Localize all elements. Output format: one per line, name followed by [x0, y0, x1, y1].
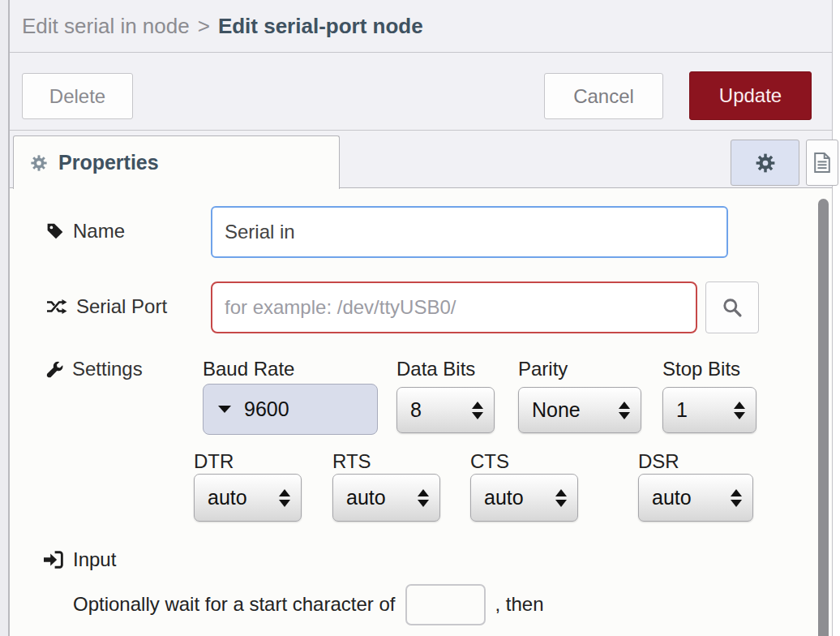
sign-in-icon	[44, 551, 63, 569]
wrench-icon	[46, 361, 63, 378]
gear-icon	[755, 153, 776, 174]
start-char-input[interactable]	[405, 584, 486, 625]
data-bits-value: 8	[410, 398, 422, 422]
breadcrumb-separator: >	[198, 14, 210, 39]
spinner-icon	[734, 402, 745, 419]
spinner-icon	[555, 489, 567, 507]
settings-label-text: Settings	[72, 358, 143, 380]
caret-down-icon	[218, 406, 231, 413]
wait-text-before: Optionally wait for a start character of	[73, 593, 396, 616]
dialog-header: Edit serial in node > Edit serial-port n…	[10, 0, 832, 53]
cts-label: CTS	[470, 450, 509, 473]
data-bits-label: Data Bits	[396, 358, 475, 380]
breadcrumb-parent[interactable]: Edit serial in node	[22, 14, 190, 39]
description-toggle-button[interactable]	[806, 140, 838, 186]
data-bits-select[interactable]: 8	[396, 387, 495, 433]
dsr-label: DSR	[638, 450, 679, 473]
spinner-icon	[731, 489, 742, 507]
baud-rate-select[interactable]: 9600	[203, 384, 378, 435]
cts-value: auto	[484, 486, 524, 509]
parity-select[interactable]: None	[518, 387, 641, 433]
rts-label: RTS	[332, 450, 371, 473]
input-section-heading: Input	[44, 548, 116, 571]
dialog-button-bar: Delete Cancel Update	[10, 53, 832, 131]
serial-port-label-text: Serial Port	[76, 295, 167, 318]
vertical-scrollbar[interactable]	[818, 199, 829, 636]
edit-dialog: Edit serial in node > Edit serial-port n…	[8, 0, 833, 636]
dsr-select[interactable]: auto	[638, 474, 753, 522]
spinner-icon	[619, 402, 630, 419]
stop-bits-select[interactable]: 1	[662, 387, 756, 433]
input-label: Input	[73, 548, 116, 571]
breadcrumb-current: Edit serial-port node	[218, 14, 423, 39]
dtr-select[interactable]: auto	[194, 474, 302, 522]
spinner-icon	[279, 489, 290, 507]
tag-icon	[46, 222, 64, 240]
tab-properties[interactable]: Properties	[13, 135, 340, 189]
settings-label: Settings	[46, 358, 143, 380]
search-button[interactable]	[705, 281, 759, 333]
shuffle-icon	[46, 299, 67, 315]
name-input[interactable]	[211, 206, 728, 258]
rts-select[interactable]: auto	[332, 474, 440, 522]
dtr-value: auto	[208, 486, 247, 509]
spinner-icon	[472, 402, 483, 419]
wait-text-after: , then	[495, 593, 544, 616]
serial-port-input[interactable]	[211, 281, 697, 333]
magnifier-icon	[722, 297, 743, 318]
stop-bits-value: 1	[676, 398, 688, 422]
baud-rate-label: Baud Rate	[203, 358, 294, 380]
delete-button[interactable]: Delete	[22, 73, 133, 119]
update-button[interactable]: Update	[689, 71, 812, 120]
cts-select[interactable]: auto	[470, 474, 578, 522]
name-label-text: Name	[73, 220, 125, 243]
parity-label: Parity	[518, 358, 568, 380]
stop-bits-label: Stop Bits	[662, 358, 740, 380]
rts-value: auto	[346, 486, 386, 509]
gear-icon	[30, 154, 48, 172]
document-icon	[813, 152, 831, 174]
cancel-button[interactable]: Cancel	[544, 73, 663, 119]
workspace-edge	[0, 0, 8, 636]
properties-toggle-button[interactable]	[731, 140, 799, 186]
name-label: Name	[46, 220, 125, 243]
baud-rate-value: 9600	[244, 398, 289, 421]
dtr-label: DTR	[194, 450, 234, 473]
spinner-icon	[418, 489, 429, 507]
tab-properties-label: Properties	[58, 151, 159, 174]
serial-port-label: Serial Port	[46, 295, 167, 318]
start-character-row: Optionally wait for a start character of…	[73, 579, 544, 630]
dsr-value: auto	[652, 486, 692, 509]
parity-value: None	[532, 398, 581, 422]
